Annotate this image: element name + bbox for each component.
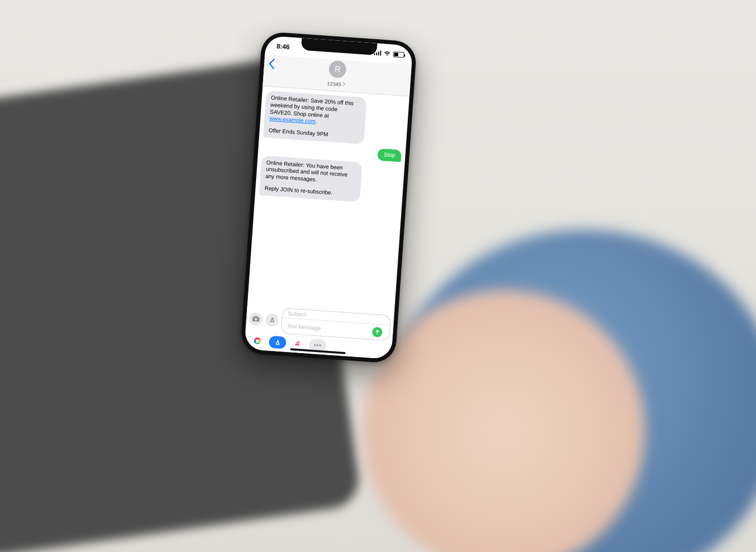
battery-icon — [393, 51, 405, 58]
app-store-button[interactable] — [265, 313, 279, 327]
camera-button[interactable] — [249, 312, 263, 326]
conversation-thread[interactable]: Online Retailer: Save 20% off this weeke… — [247, 86, 409, 314]
message-text: Stop — [384, 151, 395, 158]
send-button[interactable] — [372, 327, 383, 337]
status-time: 8:46 — [276, 42, 290, 51]
contact-avatar[interactable]: R — [329, 60, 347, 78]
contact-name-row[interactable]: 12345 — [327, 81, 346, 88]
subject-placeholder: Subject — [287, 310, 306, 318]
back-button[interactable] — [268, 58, 276, 72]
phone-frame: 8:46 — [240, 31, 417, 364]
message-input[interactable]: Text Message — [287, 323, 322, 331]
wifi-icon — [384, 51, 391, 56]
compose-area: Subject Text Message — [244, 303, 395, 359]
chevron-right-icon — [342, 82, 346, 87]
message-text: Offer Ends Sunday 9PM — [268, 127, 359, 140]
message-text: Online Retailer: You have been unsubscri… — [265, 159, 357, 186]
photos-app-icon[interactable] — [248, 334, 267, 348]
appstore-app-icon[interactable] — [269, 335, 287, 349]
message-outgoing[interactable]: Stop — [377, 148, 402, 162]
message-incoming[interactable]: Online Retailer: You have been unsubscri… — [259, 155, 362, 202]
message-placeholder: Text Message — [287, 323, 322, 331]
avatar-letter: R — [334, 64, 341, 74]
message-text: Reply JOIN to re-subscribe. — [264, 185, 355, 198]
svg-rect-1 — [255, 316, 258, 317]
contact-name: 12345 — [327, 81, 341, 87]
message-text: . — [316, 118, 318, 124]
message-incoming[interactable]: Online Retailer: Save 20% off this weeke… — [263, 91, 367, 144]
message-text: Online Retailer: Save 20% off this weeke… — [270, 95, 354, 119]
